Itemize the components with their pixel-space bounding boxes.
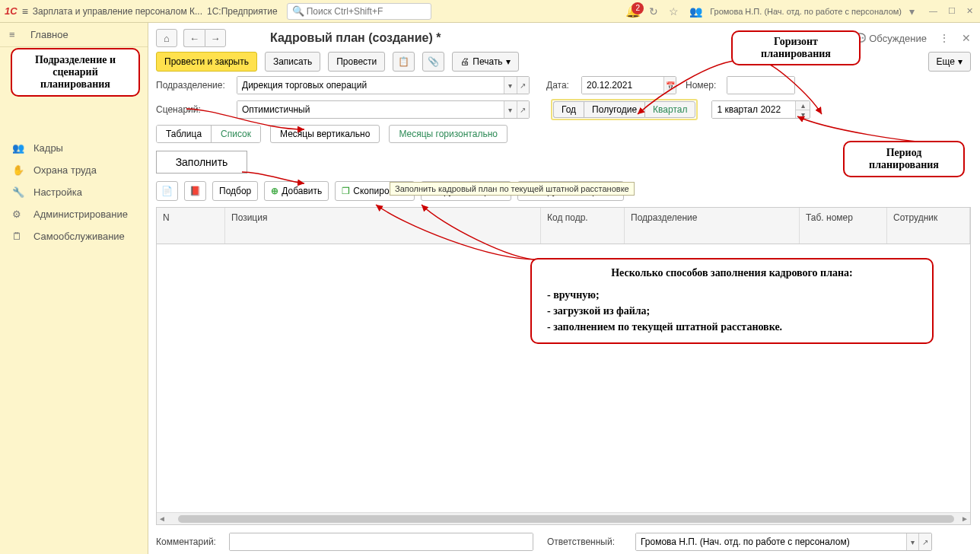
open-button[interactable]: ↗ bbox=[517, 101, 529, 118]
home-button[interactable]: ⌂ bbox=[156, 29, 177, 47]
dropdown-button[interactable]: ▾ bbox=[504, 101, 516, 118]
sidebar-item-self[interactable]: 🗒 Самообслуживание bbox=[0, 225, 148, 247]
tab-table[interactable]: Таблица bbox=[157, 126, 212, 142]
star-icon[interactable]: ☆ bbox=[666, 5, 682, 18]
col-position[interactable]: Позиция bbox=[225, 208, 541, 244]
sidebar-item-settings[interactable]: 🔧 Настройка bbox=[0, 181, 148, 203]
col-n[interactable]: N bbox=[157, 208, 225, 244]
sidebar-main-label: Главное bbox=[30, 29, 68, 40]
pick-button[interactable]: Подбор bbox=[212, 181, 258, 201]
logo-1c: 1C bbox=[5, 5, 18, 17]
post-button[interactable]: Провести bbox=[328, 52, 385, 72]
dropdown-icon: ▾ bbox=[506, 56, 511, 67]
view-mode-switch: Таблица Список bbox=[156, 125, 261, 143]
horizon-year[interactable]: Год bbox=[553, 101, 584, 118]
search-input[interactable] bbox=[307, 6, 426, 17]
department-input[interactable] bbox=[237, 77, 504, 94]
fill-tooltip: Заполнить кадровый план по текущей штатн… bbox=[390, 182, 635, 196]
dropdown-button[interactable]: ▾ bbox=[906, 533, 919, 550]
print-button[interactable]: 🖨 Печать ▾ bbox=[452, 52, 518, 72]
col-tab[interactable]: Таб. номер bbox=[800, 208, 887, 244]
sidebar-item-kadry[interactable]: 👥 Кадры bbox=[0, 137, 148, 159]
open-button[interactable]: ↗ bbox=[517, 77, 529, 94]
safety-icon: ✋ bbox=[12, 164, 26, 176]
comment-input[interactable] bbox=[230, 533, 533, 550]
sidebar-item-admin[interactable]: ⚙ Администрирование bbox=[0, 203, 148, 225]
gear-icon: ⚙ bbox=[12, 209, 26, 220]
plus-icon: ⊕ bbox=[271, 186, 278, 196]
page-title: Кадровый план (создание) * bbox=[270, 31, 441, 45]
period-down[interactable]: ▾ bbox=[796, 110, 810, 118]
tab-months-vertical[interactable]: Месяцы вертикально bbox=[270, 125, 380, 143]
grid-header: N Позиция Код подр. Подразделение Таб. н… bbox=[157, 208, 970, 244]
wrench-icon: 🔧 bbox=[12, 186, 26, 198]
open-button[interactable]: ↗ bbox=[918, 533, 931, 550]
sidebar-item-ohrana[interactable]: ✋ Охрана труда bbox=[0, 159, 148, 181]
close-button[interactable]: ✕ bbox=[964, 6, 975, 16]
print-icon: 🖨 bbox=[460, 56, 469, 67]
people-icon: 👥 bbox=[12, 142, 26, 154]
doc-menu-icon[interactable]: ⋮ bbox=[936, 32, 953, 44]
horizon-quarter[interactable]: Квартал bbox=[644, 101, 695, 118]
notifications-icon[interactable]: 🔔 2 bbox=[625, 3, 641, 20]
more-button[interactable]: Еще ▾ bbox=[928, 52, 971, 72]
date-input[interactable] bbox=[582, 77, 663, 94]
callout-horizon: Горизонт планирования bbox=[731, 30, 861, 65]
app-topbar: 1C ≡ Зарплата и управление персоналом К.… bbox=[0, 0, 980, 23]
app-title: Зарплата и управление персоналом К... bbox=[33, 6, 202, 17]
horizon-selector: Год Полугодие Квартал bbox=[551, 99, 698, 120]
number-input[interactable] bbox=[727, 77, 794, 94]
responsible-input[interactable] bbox=[636, 533, 906, 550]
copy-icon: ❐ bbox=[342, 186, 350, 196]
platform-name: 1С:Предприятие bbox=[207, 6, 278, 17]
col-emp[interactable]: Сотрудник bbox=[887, 208, 970, 244]
user-dropdown-icon[interactable]: ▾ bbox=[906, 5, 918, 18]
doc-icon-button-1[interactable]: 📄 bbox=[156, 181, 178, 201]
data-grid: N Позиция Код подр. Подразделение Таб. н… bbox=[156, 207, 971, 525]
notification-count: 2 bbox=[632, 2, 644, 14]
dropdown-button[interactable]: ▾ bbox=[504, 77, 516, 94]
attach-button[interactable]: 📎 bbox=[422, 52, 444, 72]
label-comment: Комментарий: bbox=[156, 536, 224, 547]
sidebar: ≡ Главное 👥 Кадры ✋ Охрана труда 🔧 Настр… bbox=[0, 23, 148, 554]
add-button[interactable]: ⊕ Добавить bbox=[264, 181, 329, 201]
label-number: Номер: bbox=[686, 80, 722, 91]
discuss-link[interactable]: 💬 Обсуждение bbox=[854, 33, 927, 44]
horizon-half[interactable]: Полугодие bbox=[584, 101, 644, 118]
label-scenario: Сценарий: bbox=[156, 104, 232, 115]
doc-icon-button-2[interactable]: 📕 bbox=[184, 181, 206, 201]
close-doc-button[interactable]: ✕ bbox=[962, 32, 971, 44]
minimize-button[interactable]: — bbox=[927, 6, 940, 16]
report-button[interactable]: 📋 bbox=[393, 52, 415, 72]
col-dept[interactable]: Подразделение bbox=[625, 208, 800, 244]
post-and-close-button[interactable]: Провести и закрыть bbox=[156, 52, 257, 72]
users-icon[interactable]: 👥 bbox=[686, 5, 705, 18]
current-user[interactable]: Громова Н.П. (Нач. отд. по работе с перс… bbox=[710, 7, 902, 16]
dropdown-icon: ▾ bbox=[958, 56, 963, 67]
callout-department-scenario: Подразделение и сценарий планирования bbox=[11, 48, 140, 97]
history-icon[interactable]: ↻ bbox=[646, 5, 661, 18]
calendar-button[interactable]: 📅 bbox=[663, 77, 676, 94]
menu-hamburger-icon[interactable]: ≡ bbox=[22, 5, 28, 18]
label-responsible: Ответственный: bbox=[547, 536, 631, 547]
document-area: Горизонт планирования Период планировани… bbox=[148, 23, 980, 554]
horizontal-scrollbar[interactable]: ◄ ► bbox=[157, 512, 970, 524]
sidebar-main[interactable]: ≡ Главное bbox=[0, 23, 148, 47]
save-button[interactable]: Записать bbox=[265, 52, 320, 72]
global-search[interactable]: 🔍 bbox=[287, 3, 431, 20]
period-input[interactable] bbox=[712, 101, 795, 118]
tab-list[interactable]: Список bbox=[212, 126, 260, 142]
label-date: Дата: bbox=[546, 80, 577, 91]
label-department: Подразделение: bbox=[156, 80, 232, 91]
callout-period: Период планирования bbox=[843, 141, 965, 177]
col-kod[interactable]: Код подр. bbox=[541, 208, 625, 244]
period-up[interactable]: ▴ bbox=[796, 101, 810, 110]
fill-button[interactable]: Заполнить bbox=[156, 151, 247, 174]
callout-fill-methods: Несколько способов заполнения кадрового … bbox=[530, 258, 934, 344]
maximize-button[interactable]: ☐ bbox=[946, 6, 958, 16]
tab-months-horizontal[interactable]: Месяцы горизонтально bbox=[389, 125, 508, 143]
search-icon: 🔍 bbox=[292, 5, 304, 17]
forward-button[interactable]: → bbox=[205, 29, 226, 47]
scenario-input[interactable] bbox=[237, 101, 504, 118]
back-button[interactable]: ← bbox=[183, 29, 205, 47]
